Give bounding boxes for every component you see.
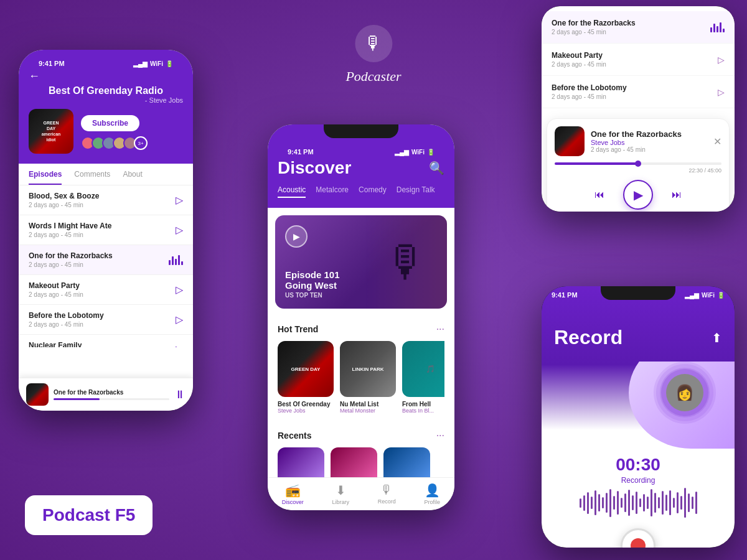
hot-thumb: LINKIN PARK (340, 341, 396, 397)
queue-item-makeout[interactable]: Makeout Party 2 days ago - 45 min ▷ (542, 44, 735, 76)
tab-about[interactable]: About (123, 170, 142, 185)
more-icon[interactable]: ··· (436, 324, 444, 335)
nav-library[interactable]: ⬇ Library (332, 483, 350, 505)
ph1-podcast-subtitle: - Steve Jobs (29, 96, 183, 104)
player-artist: Steve Jobs (591, 139, 707, 146)
nav-discover[interactable]: 📻 Discover (282, 483, 304, 505)
hot-item-linkinpark[interactable]: LINKIN PARK Nu Metal List Metal Monster (340, 341, 396, 414)
episode-item[interactable]: Nuclear Family 2 days ago - 45 min ▷ (19, 335, 193, 347)
episode-item[interactable]: Blood, Sex & Booze 2 days ago - 45 min ▷ (19, 185, 193, 215)
hot-name: From Hell (402, 401, 444, 408)
recording-status-label: Recording (542, 476, 735, 485)
ph2-notch (324, 124, 398, 138)
ph2-header-row: Discover 🔍 (278, 158, 444, 178)
queue-item-info: Before the Lobotomy 2 days ago - 45 min (552, 83, 627, 100)
cat-designtalk[interactable]: Design Talk (397, 185, 435, 198)
subscribe-button[interactable]: Subscribe (81, 115, 139, 131)
queue-item-info: One for the Razorbacks 2 days ago - 45 m… (552, 19, 636, 35)
episode-title: Words I Might Have Ate (29, 222, 111, 230)
ph3-queue-list: One for the Razorbacks 2 days ago - 45 m… (542, 6, 735, 113)
ph1-avatars-row: 3+ (81, 136, 148, 150)
now-playing-bar[interactable]: One for the Razorbacks ⏸ (19, 378, 193, 411)
app-name: Podcaster (345, 68, 401, 85)
episode-title: Before the Lobotomy (29, 311, 104, 320)
hot-thumb: 🎵 (402, 341, 444, 397)
hot-artist: Metal Monster (340, 408, 396, 414)
episode-item[interactable]: Makeout Party 2 days ago - 45 min ▷ (19, 275, 193, 305)
player-progress-fill (555, 162, 638, 165)
profile-icon: 👤 (425, 483, 440, 498)
queue-title: Makeout Party (552, 51, 606, 60)
ph1-podcast-title: Best Of Greenday Radio (29, 85, 183, 96)
cat-acoustic[interactable]: Acoustic (278, 185, 306, 198)
cat-comedy[interactable]: Comedy (359, 185, 387, 198)
bars-icon (710, 22, 725, 32)
record-button[interactable] (621, 528, 655, 548)
phone-discover: 9:41 PM ▂▄▆ WiFi 🔋 Discover 🔍 Acoustic M… (268, 124, 454, 510)
phone4-screen: 9:41 PM ▂▄▆ WiFi 🔋 Record ⬆ 👩 00:30 Reco… (542, 286, 735, 548)
waveform-display (542, 487, 735, 518)
ph2-status-icons: ▂▄▆ WiFi 🔋 (395, 149, 435, 156)
section-header: Hot Trend ··· (278, 324, 444, 335)
queue-title: Before the Lobotomy (552, 83, 627, 92)
podcast-icon: 🎙 (355, 25, 392, 62)
tab-comments[interactable]: Comments (74, 170, 110, 185)
queue-item-razorbacks[interactable]: One for the Razorbacks 2 days ago - 45 m… (542, 11, 735, 44)
phone2-screen: 9:41 PM ▂▄▆ WiFi 🔋 Discover 🔍 Acoustic M… (268, 124, 454, 510)
play-pause-button[interactable]: ▶ (623, 180, 653, 210)
phone3-screen: One for the Razorbacks 2 days ago - 45 m… (542, 6, 735, 212)
featured-title: Episode 101Going West (285, 269, 340, 291)
player-progress-bar[interactable] (555, 162, 721, 165)
fast-forward-button[interactable]: ⏭ (665, 184, 688, 206)
ph1-tabs: Episodes Comments About (19, 164, 193, 185)
mic-decoration: 🎙 (366, 215, 447, 309)
recents-more-icon[interactable]: ··· (436, 430, 444, 441)
pause-button[interactable]: ⏸ (174, 388, 186, 401)
record-timer-area: 00:30 Recording (542, 449, 735, 487)
featured-play-icon[interactable]: ▶ (285, 225, 308, 248)
np-thumb (26, 383, 49, 406)
hot-name: Nu Metal List (340, 401, 396, 408)
recents-label: Recents (278, 431, 311, 441)
hot-item-greenday[interactable]: GREEN DAY Best Of Greenday Steve Jobs (278, 341, 334, 414)
nav-record[interactable]: 🎙 Record (378, 483, 396, 505)
category-tabs: Acoustic Metalcore Comedy Design Talk (278, 185, 444, 198)
ph1-back-button[interactable]: ← (29, 70, 183, 83)
hot-trend-list: GREEN DAY Best Of Greenday Steve Jobs LI… (278, 341, 444, 416)
episode-bars-icon (169, 255, 183, 265)
featured-info: Episode 101Going West US TOP TEN (285, 269, 340, 299)
ph4-header: Record ⬆ (542, 301, 735, 362)
nav-profile[interactable]: 👤 Profile (425, 483, 441, 505)
rewind-button[interactable]: ⏮ (588, 184, 611, 206)
ph4-status-icons: ▂▄▆ WiFi 🔋 (685, 292, 725, 299)
phone-episodes: 9:41 PM ▂▄▆ WiFi 🔋 ← Best Of Greenday Ra… (19, 50, 193, 411)
hot-name: Best Of Greenday (278, 401, 334, 408)
phone-player: One for the Razorbacks 2 days ago - 45 m… (542, 6, 735, 212)
search-icon[interactable]: 🔍 (429, 161, 444, 175)
avatar-ring-area: 👩 (666, 374, 703, 411)
queue-item-lobotomy[interactable]: Before the Lobotomy 2 days ago - 45 min … (542, 76, 735, 108)
episode-title: Nuclear Family (29, 341, 83, 347)
avatars-more: 3+ (134, 136, 148, 150)
record-title: Record (554, 326, 622, 349)
player-track-title: One for the Razorbacks (591, 129, 707, 139)
featured-card[interactable]: ▶ 🎙 Episode 101Going West US TOP TEN (275, 215, 447, 309)
queue-item-info: Makeout Party 2 days ago - 45 min (552, 51, 606, 68)
episode-item[interactable]: Before the Lobotomy 2 days ago - 45 min … (19, 305, 193, 335)
episode-item[interactable]: Words I Might Have Ate 2 days ago - 45 m… (19, 215, 193, 245)
record-dot-icon (631, 538, 646, 548)
share-icon[interactable]: ⬆ (712, 330, 722, 345)
center-logo: 🎙 Podcaster (345, 25, 401, 85)
nav-label-discover: Discover (282, 499, 304, 505)
episode-item[interactable]: One for the Razorbacks 2 days ago - 45 m… (19, 245, 193, 275)
cat-metalcore[interactable]: Metalcore (316, 185, 349, 198)
featured-badge: US TOP TEN (285, 292, 340, 299)
player-close-button[interactable]: ✕ (713, 136, 721, 147)
player-scrubber[interactable] (635, 161, 641, 167)
hot-thumb: GREEN DAY (278, 341, 334, 397)
phone-record: 9:41 PM ▂▄▆ WiFi 🔋 Record ⬆ 👩 00:30 Reco… (542, 286, 735, 548)
tab-episodes[interactable]: Episodes (29, 170, 62, 185)
ph1-album-art: GREENDAYamericanidiot (29, 109, 73, 154)
hot-item-fromhell[interactable]: 🎵 From Hell Beats In Bl... (402, 341, 444, 414)
record-icon: 🎙 (380, 483, 393, 497)
